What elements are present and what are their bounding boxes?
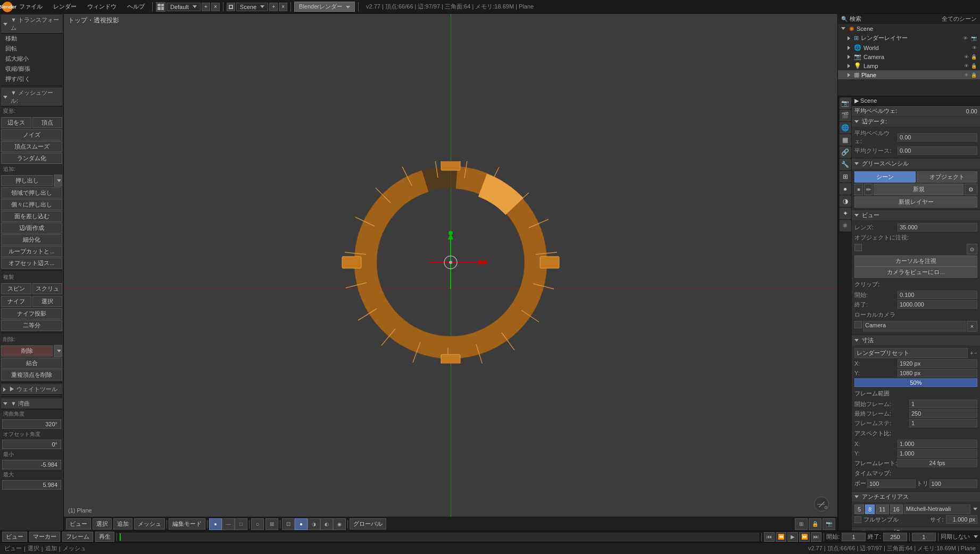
res-pct-btn[interactable]: 50%: [854, 378, 977, 387]
menu-window[interactable]: ウィンドウ: [83, 2, 121, 12]
grease-pencil-header[interactable]: グリースペンシル: [852, 158, 980, 169]
outliner-camera[interactable]: 📷 Camera 👁 🔒: [838, 52, 980, 61]
camera-sync-btn[interactable]: 📷: [823, 518, 835, 530]
status-mesh-btn[interactable]: メッシュ: [63, 544, 86, 552]
full-sample-chk[interactable]: [854, 516, 861, 523]
texture-icon-btn[interactable]: ◑: [840, 195, 851, 207]
snap-btn[interactable]: ⊞: [265, 518, 278, 530]
scale-tool[interactable]: 拡大縮小: [1, 54, 62, 64]
add-workspace-btn[interactable]: +: [202, 3, 210, 11]
dimensions-header[interactable]: 寸法: [852, 335, 980, 345]
viewport-3d[interactable]: トップ・透視投影: [64, 14, 837, 531]
timeline-play-btn[interactable]: 再生: [95, 532, 114, 542]
camera-close-btn[interactable]: ×: [967, 321, 977, 332]
current-frame-input[interactable]: 1: [912, 533, 936, 541]
grease-scene-btn[interactable]: シーン: [854, 171, 916, 183]
remove-doubles-btn[interactable]: 重複頂点を削除: [1, 369, 62, 381]
constraints-icon-btn[interactable]: 🔗: [840, 146, 851, 158]
resize-tool[interactable]: 収縮/膨張: [1, 64, 62, 74]
outliner-renderlayer[interactable]: ⊞ レンダーレイヤー 👁 📷: [838, 33, 980, 43]
bend-header[interactable]: ▼ 湾曲: [1, 399, 62, 409]
spin-btn[interactable]: スピン: [1, 283, 31, 294]
outliner-lamp[interactable]: 💡 Lamp 👁 🔒: [838, 61, 980, 70]
timeline-frame-btn[interactable]: フレーム: [62, 532, 93, 542]
data-icon-btn[interactable]: ⊞: [840, 171, 851, 183]
min-value[interactable]: -5.984: [2, 460, 61, 469]
delete-dropdown[interactable]: [54, 345, 62, 357]
outliner-plane[interactable]: ▦ Plane 👁 🔒: [838, 70, 980, 79]
lock-btn[interactable]: 🔒: [809, 518, 821, 530]
layers-btn[interactable]: ⊞: [795, 518, 808, 530]
bone-in-val[interactable]: 100: [867, 479, 916, 488]
modifiers-icon-btn[interactable]: 🔧: [840, 159, 851, 170]
aa-5-btn[interactable]: 5: [854, 505, 864, 514]
fps-value[interactable]: 24 fps: [897, 459, 977, 467]
vp-add-btn[interactable]: 追加: [113, 518, 132, 530]
aa-11-btn[interactable]: 11: [876, 505, 888, 514]
timeline-marker-btn[interactable]: マーカー: [29, 532, 60, 542]
edge-slide-btn[interactable]: 辺をス: [1, 117, 31, 128]
edge-data-header[interactable]: 辺データ:: [852, 116, 980, 127]
blender-logo[interactable]: Blender: [2, 2, 13, 12]
merge-btn[interactable]: 結合: [1, 358, 62, 369]
prev-frame-btn[interactable]: ⏪: [776, 532, 786, 542]
bone-out-val[interactable]: 100: [929, 479, 978, 488]
cursor-focus-btn[interactable]: カーソルを注視: [854, 255, 977, 267]
aa-16-btn[interactable]: 16: [890, 505, 903, 514]
vertex-slide-btn[interactable]: 頂点: [32, 117, 63, 128]
add-scene-btn[interactable]: +: [269, 3, 278, 11]
timeline-view-btn[interactable]: ビュー: [2, 532, 27, 542]
jump-start-btn[interactable]: ⏮: [764, 532, 775, 542]
antialias-header[interactable]: アンチエイリアス: [852, 491, 980, 502]
subdivide-btn[interactable]: 細分化: [1, 234, 62, 245]
physics-icon-btn[interactable]: ⚛: [840, 220, 851, 231]
motion-blur-header[interactable]: モーションブラー: [852, 527, 980, 531]
outliner-scene[interactable]: ◉ Scene: [838, 24, 980, 33]
outliner-world[interactable]: 🌐 World 👁: [838, 43, 980, 52]
face-inset-btn[interactable]: 面を差し込む: [1, 211, 62, 222]
random-btn[interactable]: ランダム化: [1, 153, 62, 164]
grease-settings-btn[interactable]: ⚙: [965, 184, 977, 195]
grease-new-layer-btn[interactable]: 新規レイヤー: [854, 196, 977, 208]
transform-header[interactable]: ▼ トランスフォーム: [1, 15, 62, 34]
vp-mesh-btn[interactable]: メッシュ: [134, 518, 165, 530]
status-add-btn[interactable]: 追加: [45, 544, 57, 552]
aa-name[interactable]: Mitchell-Netravali: [904, 505, 970, 514]
vp-select-btn[interactable]: 選択: [93, 518, 112, 530]
knife-btn[interactable]: ナイフ: [1, 296, 31, 307]
edit-mode-btn[interactable]: 編集モード: [169, 518, 205, 530]
vertex-mode-btn[interactable]: ●: [209, 518, 222, 530]
bend-angle-value[interactable]: 320°: [2, 419, 61, 429]
camera-to-view-btn[interactable]: カメラをビューにロ...: [854, 267, 977, 278]
offset-edge-btn[interactable]: オフセット辺ス...: [1, 258, 62, 269]
end-frame-input[interactable]: 250: [883, 533, 907, 541]
scene-icon-btn[interactable]: 🎬: [840, 110, 851, 121]
menu-help[interactable]: ヘルプ: [123, 2, 149, 12]
delete-btn[interactable]: 削除: [1, 345, 53, 357]
move-tool[interactable]: 移動: [1, 34, 62, 44]
workspace-selector[interactable]: Default: [167, 3, 201, 11]
smooth-btn[interactable]: 頂点スムーズ: [1, 141, 62, 152]
edge-mode-btn[interactable]: —: [222, 518, 235, 530]
status-view-btn[interactable]: ビュー: [4, 544, 22, 552]
bisect-btn[interactable]: 二等分: [1, 320, 62, 331]
material-btn[interactable]: ◐: [320, 518, 333, 530]
next-frame-btn[interactable]: ⏩: [799, 532, 810, 542]
render-preset-add[interactable]: +: [970, 350, 973, 356]
object-icon-btn[interactable]: ▦: [840, 134, 851, 146]
noise-btn[interactable]: ノイズ: [1, 129, 62, 140]
render-engine-selector[interactable]: Blenderレンダー: [294, 2, 355, 12]
bisect-sel-btn[interactable]: 選択: [32, 296, 63, 307]
solid-btn[interactable]: ●: [295, 518, 308, 530]
play-btn[interactable]: ▶: [787, 532, 798, 542]
size-val[interactable]: 1.000 px: [946, 515, 977, 524]
view-header[interactable]: ビュー: [852, 210, 980, 220]
extrude-dropdown[interactable]: [54, 175, 62, 187]
texture-btn[interactable]: ◑: [308, 518, 320, 530]
wireframe-btn[interactable]: ⊡: [282, 518, 295, 530]
menu-render[interactable]: レンダー: [49, 2, 81, 12]
render-icon-btn[interactable]: 📷: [840, 97, 851, 109]
menu-file[interactable]: ファイル: [15, 2, 47, 12]
loopcut-btn[interactable]: ループカットと...: [1, 246, 62, 257]
max-value[interactable]: 5.984: [2, 480, 61, 490]
